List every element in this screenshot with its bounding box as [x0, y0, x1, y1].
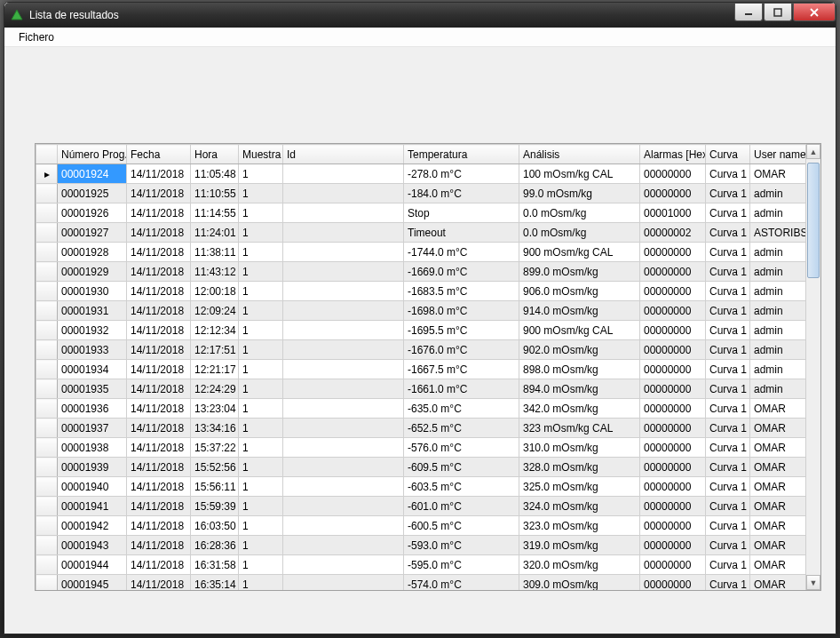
cell-id[interactable] [283, 419, 404, 438]
row-header[interactable] [36, 438, 58, 458]
cell-analisis[interactable]: 100 mOsm/kg CAL [519, 164, 640, 184]
cell-muestra[interactable]: 1 [239, 516, 283, 536]
cell-id[interactable] [283, 516, 404, 536]
row-header[interactable] [36, 419, 58, 438]
cell-user[interactable]: admin [750, 282, 806, 301]
cell-curva[interactable]: Curva 1 [706, 516, 750, 536]
cell-muestra[interactable]: 1 [239, 340, 283, 360]
table-row[interactable]: 0000194414/11/201816:31:581-595.0 m°C320… [36, 555, 806, 575]
cell-fecha[interactable]: 14/11/2018 [127, 223, 191, 243]
cell-fecha[interactable]: 14/11/2018 [127, 516, 191, 536]
table-row[interactable]: 0000193514/11/201812:24:291-1661.0 m°C89… [36, 379, 806, 399]
table-row[interactable]: 0000194314/11/201816:28:361-593.0 m°C319… [36, 536, 806, 555]
cell-analisis[interactable]: 894.0 mOsm/kg [519, 379, 640, 399]
cell-muestra[interactable]: 1 [239, 243, 283, 262]
cell-numero[interactable]: 00001945 [58, 575, 127, 591]
col-rowheader[interactable] [36, 145, 58, 164]
cell-temperatura[interactable]: -593.0 m°C [404, 536, 519, 555]
cell-fecha[interactable]: 14/11/2018 [127, 419, 191, 438]
cell-curva[interactable]: Curva 1 [706, 223, 750, 243]
cell-alarmas[interactable]: 00000000 [640, 516, 706, 536]
cell-user[interactable]: admin [750, 360, 806, 379]
cell-muestra[interactable]: 1 [239, 419, 283, 438]
cell-alarmas[interactable]: 00000000 [640, 477, 706, 497]
close-button[interactable] [793, 4, 836, 21]
row-header[interactable] [36, 497, 58, 516]
row-header[interactable] [36, 536, 58, 555]
cell-temperatura[interactable]: -635.0 m°C [404, 399, 519, 419]
cell-temperatura[interactable]: -609.5 m°C [404, 458, 519, 477]
table-row[interactable]: 0000194014/11/201815:56:111-603.5 m°C325… [36, 477, 806, 497]
cell-alarmas[interactable]: 00000000 [640, 282, 706, 301]
cell-numero[interactable]: 00001936 [58, 399, 127, 419]
table-row[interactable]: 0000194114/11/201815:59:391-601.0 m°C324… [36, 497, 806, 516]
row-header[interactable] [36, 184, 58, 203]
cell-analisis[interactable]: 319.0 mOsm/kg [519, 536, 640, 555]
cell-fecha[interactable]: 14/11/2018 [127, 497, 191, 516]
table-row[interactable]: 0000193314/11/201812:17:511-1676.0 m°C90… [36, 340, 806, 360]
cell-analisis[interactable]: 328.0 mOsm/kg [519, 458, 640, 477]
cell-alarmas[interactable]: 00000000 [640, 536, 706, 555]
cell-id[interactable] [283, 497, 404, 516]
cell-temperatura[interactable]: -574.0 m°C [404, 575, 519, 591]
cell-alarmas[interactable]: 00000000 [640, 360, 706, 379]
cell-temperatura[interactable]: -1698.0 m°C [404, 301, 519, 321]
cell-temperatura[interactable]: -600.5 m°C [404, 516, 519, 536]
menu-file[interactable]: Fichero [12, 29, 61, 45]
cell-alarmas[interactable]: 00000000 [640, 438, 706, 458]
row-header[interactable] [36, 360, 58, 379]
cell-hora[interactable]: 12:21:17 [191, 360, 239, 379]
cell-analisis[interactable]: 325.0 mOsm/kg [519, 477, 640, 497]
table-row[interactable]: 0000192914/11/201811:43:121-1669.0 m°C89… [36, 262, 806, 282]
cell-analisis[interactable]: 320.0 mOsm/kg [519, 555, 640, 575]
cell-numero[interactable]: 00001944 [58, 555, 127, 575]
cell-fecha[interactable]: 14/11/2018 [127, 477, 191, 497]
cell-analisis[interactable]: 898.0 mOsm/kg [519, 360, 640, 379]
cell-user[interactable]: OMAR [750, 575, 806, 591]
cell-user[interactable]: OMAR [750, 497, 806, 516]
cell-numero[interactable]: 00001937 [58, 419, 127, 438]
row-header[interactable] [36, 575, 58, 591]
cell-hora[interactable]: 11:43:12 [191, 262, 239, 282]
cell-hora[interactable]: 13:34:16 [191, 419, 239, 438]
cell-fecha[interactable]: 14/11/2018 [127, 243, 191, 262]
cell-fecha[interactable]: 14/11/2018 [127, 301, 191, 321]
cell-curva[interactable]: Curva 1 [706, 555, 750, 575]
row-header[interactable] [36, 379, 58, 399]
cell-temperatura[interactable]: -1669.0 m°C [404, 262, 519, 282]
cell-temperatura[interactable]: -184.0 m°C [404, 184, 519, 203]
cell-muestra[interactable]: 1 [239, 301, 283, 321]
cell-numero[interactable]: 00001938 [58, 438, 127, 458]
cell-hora[interactable]: 16:03:50 [191, 516, 239, 536]
table-row[interactable]: 0000193414/11/201812:21:171-1667.5 m°C89… [36, 360, 806, 379]
cell-fecha[interactable]: 14/11/2018 [127, 282, 191, 301]
cell-hora[interactable]: 11:38:11 [191, 243, 239, 262]
cell-numero[interactable]: 00001935 [58, 379, 127, 399]
cell-analisis[interactable]: 323 mOsm/kg CAL [519, 419, 640, 438]
scroll-track[interactable] [806, 159, 820, 575]
cell-curva[interactable]: Curva 1 [706, 360, 750, 379]
cell-curva[interactable]: Curva 1 [706, 340, 750, 360]
cell-id[interactable] [283, 399, 404, 419]
cell-id[interactable] [283, 262, 404, 282]
cell-fecha[interactable]: 14/11/2018 [127, 203, 191, 223]
col-fecha[interactable]: Fecha [127, 145, 191, 164]
row-header[interactable] [36, 516, 58, 536]
cell-user[interactable]: OMAR [750, 555, 806, 575]
cell-user[interactable]: OMAR [750, 419, 806, 438]
cell-alarmas[interactable]: 00001000 [640, 203, 706, 223]
cell-user[interactable]: OMAR [750, 458, 806, 477]
cell-user[interactable]: admin [750, 203, 806, 223]
cell-analisis[interactable]: 906.0 mOsm/kg [519, 282, 640, 301]
cell-muestra[interactable]: 1 [239, 555, 283, 575]
cell-alarmas[interactable]: 00000000 [640, 555, 706, 575]
col-temperatura[interactable]: Temperatura [404, 145, 519, 164]
row-header[interactable] [36, 458, 58, 477]
cell-analisis[interactable]: 900 mOsm/kg CAL [519, 321, 640, 340]
cell-alarmas[interactable]: 00000000 [640, 497, 706, 516]
cell-analisis[interactable]: 309.0 mOsm/kg [519, 575, 640, 591]
cell-alarmas[interactable]: 00000000 [640, 184, 706, 203]
cell-id[interactable] [283, 438, 404, 458]
cell-temperatura[interactable]: -595.0 m°C [404, 555, 519, 575]
cell-muestra[interactable]: 1 [239, 379, 283, 399]
